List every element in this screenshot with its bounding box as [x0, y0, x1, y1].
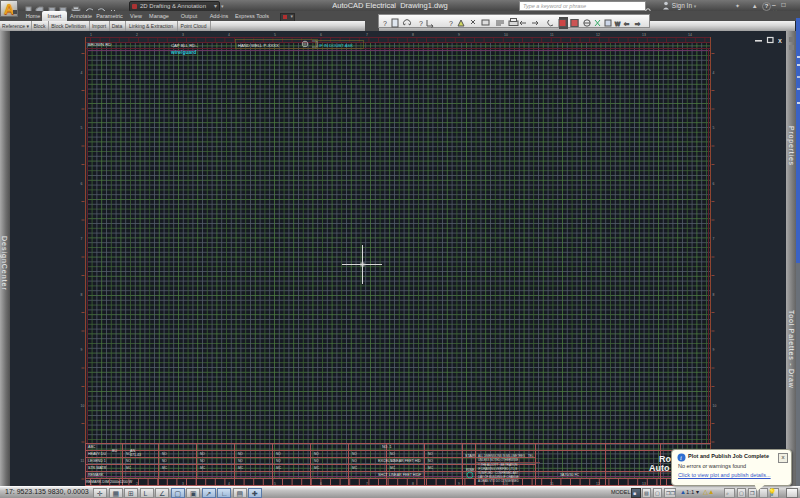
- svg-text:NO: NO: [238, 452, 243, 456]
- svg-text:UNLESS NOTED OTHERWISE: UNLESS NOTED OTHERWISE: [478, 458, 518, 462]
- svg-text:4: 4: [713, 71, 715, 75]
- svg-text:BROWN RD: BROWN RD: [88, 42, 111, 47]
- svg-text:471.43: 471.43: [130, 453, 141, 457]
- svg-text:wire/guard: wire/guard: [170, 49, 196, 55]
- svg-text:MC: MC: [162, 466, 168, 470]
- svg-text:SHCT LINEAR FEET HIDF: SHCT LINEAR FEET HIDF: [378, 473, 422, 477]
- svg-text:w: w: [614, 20, 621, 27]
- svg-text:REMARK: REMARK: [88, 473, 104, 477]
- svg-text:IF IN DOUBT ASK: IF IN DOUBT ASK: [319, 43, 353, 48]
- svg-text:EXCEL LINEAR FEET HID: EXCEL LINEAR FEET HID: [378, 459, 421, 463]
- svg-text:5: 5: [713, 126, 715, 130]
- svg-text:?: ?: [419, 20, 423, 27]
- svg-text:2: 2: [136, 482, 138, 486]
- svg-text:RISE: RISE: [466, 468, 475, 472]
- svg-text:MC: MC: [200, 466, 206, 470]
- svg-text:NO: NO: [352, 452, 357, 456]
- svg-text:REMARK DIM 2000x1200 W: REMARK DIM 2000x1200 W: [86, 480, 133, 484]
- svg-text:⇐: ⇐: [624, 21, 629, 27]
- svg-text:?: ?: [449, 20, 453, 27]
- svg-text:9: 9: [458, 482, 460, 486]
- svg-text:13: 13: [642, 33, 646, 37]
- svg-text:STR WATR: STR WATR: [88, 466, 107, 470]
- svg-text:11: 11: [550, 482, 554, 486]
- svg-text:9: 9: [458, 33, 460, 37]
- svg-text:10: 10: [504, 33, 508, 37]
- svg-text:MC: MC: [238, 466, 244, 470]
- svg-text:NO: NO: [238, 459, 243, 463]
- svg-text:10: 10: [713, 404, 717, 408]
- svg-text:⇒: ⇒: [635, 21, 640, 27]
- svg-text:A DEAN VTO DO CONSENSED: A DEAN VTO DO CONSENSED: [478, 479, 520, 483]
- svg-text:ABC: ABC: [88, 445, 96, 449]
- svg-text:4: 4: [228, 482, 230, 486]
- svg-text:6: 6: [713, 182, 715, 186]
- svg-text:MC: MC: [390, 466, 396, 470]
- svg-text:5: 5: [274, 33, 276, 37]
- svg-text:TEL: TEL: [528, 454, 534, 458]
- svg-text:HEAVY DU: HEAVY DU: [88, 452, 106, 456]
- svg-text:MC: MC: [352, 466, 358, 470]
- svg-text:MC: MC: [314, 466, 320, 470]
- svg-text:MC: MC: [276, 466, 282, 470]
- svg-text:1: 1: [90, 482, 92, 486]
- svg-text:8: 8: [81, 293, 83, 297]
- svg-text:9: 9: [81, 348, 83, 352]
- svg-text:NO: NO: [314, 459, 319, 463]
- svg-text:STAIR: STAIR: [465, 454, 476, 458]
- svg-text:NO: NO: [126, 452, 131, 456]
- svg-text:11: 11: [81, 459, 85, 463]
- svg-text:13: 13: [642, 482, 646, 486]
- svg-text:5: 5: [274, 482, 276, 486]
- svg-text:7: 7: [366, 482, 368, 486]
- svg-text:NO: NO: [200, 459, 205, 463]
- svg-text:NO: NO: [428, 459, 433, 463]
- svg-text:NO: NO: [314, 452, 319, 456]
- svg-text:7: 7: [713, 237, 715, 241]
- svg-text:NO: NO: [276, 452, 281, 456]
- svg-text:6: 6: [81, 182, 83, 186]
- svg-text:i: i: [680, 454, 682, 461]
- svg-text:MC: MC: [428, 466, 434, 470]
- svg-text:x: x: [778, 37, 782, 44]
- svg-text:NO: NO: [162, 452, 167, 456]
- svg-text:HAND WELL P-XXXX: HAND WELL P-XXXX: [238, 43, 279, 48]
- svg-text:NO: NO: [390, 452, 395, 456]
- svg-text:10: 10: [81, 404, 85, 408]
- svg-text:12: 12: [596, 482, 600, 486]
- svg-text:MC: MC: [126, 466, 132, 470]
- svg-text:6: 6: [320, 33, 322, 37]
- svg-text:5: 5: [81, 126, 83, 130]
- svg-text:7: 7: [81, 237, 83, 241]
- svg-text:LEGEND 1: LEGEND 1: [88, 459, 106, 463]
- svg-text:14: 14: [688, 33, 692, 37]
- svg-text:Auto: Auto: [649, 463, 670, 473]
- svg-text:9: 9: [713, 348, 715, 352]
- svg-text:2: 2: [136, 33, 138, 37]
- svg-text:NO: NO: [352, 459, 357, 463]
- svg-text:4: 4: [228, 33, 230, 37]
- svg-text:6: 6: [320, 482, 322, 486]
- svg-text:4: 4: [81, 71, 83, 75]
- svg-text:11: 11: [550, 33, 554, 37]
- svg-text:NO. 1: NO. 1: [382, 445, 391, 449]
- svg-text:CAP BLL RD--: CAP BLL RD--: [171, 43, 199, 48]
- svg-text:8: 8: [713, 293, 715, 297]
- svg-text:BU: BU: [112, 449, 117, 453]
- svg-text:NO: NO: [428, 452, 433, 456]
- svg-text:12: 12: [596, 33, 600, 37]
- svg-text:8: 8: [412, 482, 414, 486]
- svg-text:NO: NO: [162, 459, 167, 463]
- svg-text:1: 1: [90, 33, 92, 37]
- svg-text:NO: NO: [276, 459, 281, 463]
- svg-text:8: 8: [412, 33, 414, 37]
- svg-text:?: ?: [383, 20, 387, 27]
- svg-text:3: 3: [182, 33, 184, 37]
- svg-text:NO: NO: [126, 459, 131, 463]
- svg-text:NO: NO: [200, 452, 205, 456]
- svg-text:3: 3: [182, 482, 184, 486]
- svg-text:3A70/30 FC: 3A70/30 FC: [560, 473, 580, 477]
- svg-text:7: 7: [366, 33, 368, 37]
- svg-text:10: 10: [504, 482, 508, 486]
